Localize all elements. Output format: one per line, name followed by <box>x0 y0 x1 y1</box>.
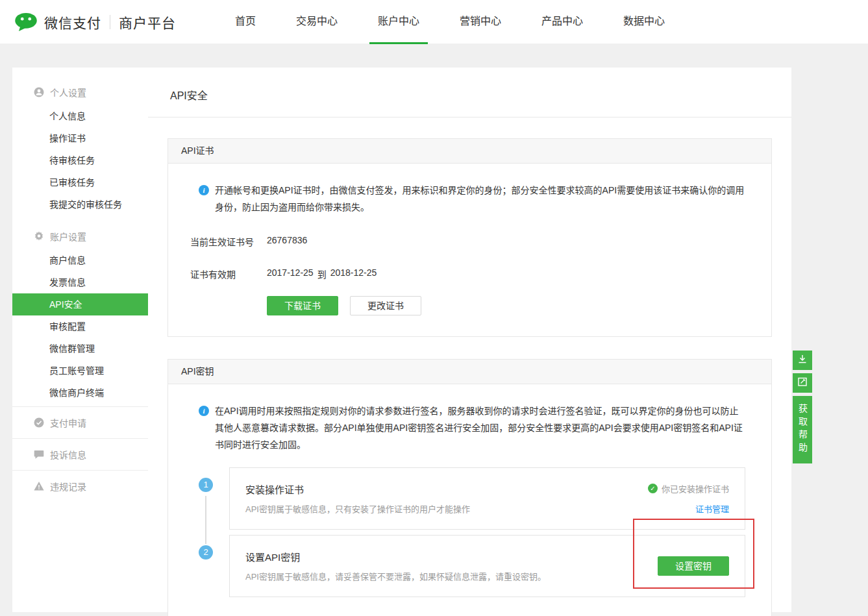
certificate-info-row: i 开通帐号和更换API证书时，由微信支付签发，用来标识和界定你的身份；部分安全… <box>199 182 745 216</box>
sidebar-item-wechat-group-management[interactable]: 微信群管理 <box>12 338 148 360</box>
certificate-validity-joiner: 到 <box>317 267 327 280</box>
api-certificate-card-title: API证书 <box>168 139 771 164</box>
current-certificate-label: 当前生效证书号 <box>190 235 267 248</box>
current-certificate-row: 当前生效证书号 26767836 <box>190 235 745 248</box>
sidebar-item-employee-account-management[interactable]: 员工账号管理 <box>12 360 148 382</box>
nav-item-data-center[interactable]: 数据中心 <box>615 0 673 44</box>
step-1-title: 安装操作证书 <box>245 482 470 496</box>
sidebar-item-review-config[interactable]: 审核配置 <box>12 315 148 338</box>
top-header: 微信支付 商户平台 首页 交易中心 账户中心 营销中心 产品中心 数据中心 <box>0 0 868 44</box>
certificate-validity-start: 2017-12-25 <box>267 267 314 280</box>
complaint-icon <box>34 449 44 460</box>
sidebar-group-complaint-info[interactable]: 投诉信息 <box>12 441 148 467</box>
info-icon: i <box>199 406 209 416</box>
get-help-button[interactable]: 获取帮助 <box>793 396 812 463</box>
sidebar-item-invoice-info[interactable]: 发票信息 <box>12 271 148 293</box>
nav-item-product-center[interactable]: 产品中心 <box>533 0 591 44</box>
sidebar-item-merchant-info[interactable]: 商户信息 <box>12 249 148 271</box>
api-certificate-card-body: i 开通帐号和更换API证书时，由微信支付签发，用来标识和界定你的身份；部分安全… <box>168 164 771 336</box>
sidebar-group-label: 投诉信息 <box>50 448 86 461</box>
set-api-key-button[interactable]: 设置密钥 <box>658 556 729 576</box>
api-key-info-text: 在API调用时用来按照指定规则对你的请求参数进行签名，服务器收到你的请求时会进行… <box>215 402 745 453</box>
sidebar-spacer <box>12 216 148 223</box>
sidebar-item-pending-review-tasks[interactable]: 待审核任务 <box>12 149 148 171</box>
certificate-management-link[interactable]: 证书管理 <box>695 502 729 515</box>
step-1-status-area: ✓ 你已安装操作证书 证书管理 <box>648 482 729 515</box>
step-2-indicator: 2 <box>199 535 229 597</box>
sidebar-group-label: 违规记录 <box>50 480 86 493</box>
sidebar-divider <box>12 470 148 471</box>
step-2-text: 设置API密钥 API密钥属于敏感信息，请妥善保管不要泄露，如果怀疑信息泄露，请… <box>245 550 546 582</box>
api-certificate-card: API证书 i 开通帐号和更换API证书时，由微信支付签发，用来标识和界定你的身… <box>167 138 772 337</box>
step-2-title: 设置API密钥 <box>245 550 546 563</box>
step-1-indicator: 1 <box>199 467 229 530</box>
step-2-description: API密钥属于敏感信息，请妥善保管不要泄露，如果怀疑信息泄露，请重设密钥。 <box>245 570 546 582</box>
step-1-status-text: 你已安装操作证书 <box>662 482 729 495</box>
step-2-action-area: 设置密钥 <box>658 550 729 582</box>
download-icon <box>797 354 808 367</box>
sidebar-group-payment-application[interactable]: 支付申请 <box>12 410 148 436</box>
brand-platform: 商户平台 <box>119 12 176 32</box>
brand-name: 微信支付 <box>44 12 101 32</box>
certificate-validity-row: 证书有效期 2017-12-25 到 2018-12-25 <box>190 267 745 280</box>
page-title: API安全 <box>148 68 791 117</box>
sidebar-group-label: 个人设置 <box>50 86 86 99</box>
user-icon <box>34 87 44 97</box>
step-1-status-row: ✓ 你已安装操作证书 <box>648 482 729 495</box>
api-key-card-title: API密钥 <box>168 360 771 384</box>
api-key-info-row: i 在API调用时用来按照指定规则对你的请求参数进行签名，服务器收到你的请求时会… <box>199 402 745 453</box>
nav-item-marketing-center[interactable]: 营销中心 <box>451 0 510 44</box>
nav-item-transaction-center[interactable]: 交易中心 <box>288 0 346 44</box>
sidebar-group-label: 支付申请 <box>50 416 86 429</box>
step-1-description: API密钥属于敏感信息，只有安装了操作证书的用户才能操作 <box>245 502 470 515</box>
step-install-certificate: 1 安装操作证书 API密钥属于敏感信息，只有安装了操作证书的用户才能操作 ✓ <box>199 467 745 530</box>
sidebar-item-reviewed-tasks[interactable]: 已审核任务 <box>12 171 148 193</box>
nav-item-home[interactable]: 首页 <box>227 0 264 44</box>
floating-toolbar: 获取帮助 <box>793 351 812 463</box>
sidebar: 个人设置 个人信息 操作证书 待审核任务 已审核任务 我提交的审核任务 账户设置… <box>12 68 148 612</box>
nav-item-account-center[interactable]: 账户中心 <box>369 0 428 44</box>
wechat-pay-logo-icon <box>14 12 38 32</box>
step-1-number-badge: 1 <box>199 478 213 492</box>
step-1-text: 安装操作证书 API密钥属于敏感信息，只有安装了操作证书的用户才能操作 <box>245 482 470 515</box>
feedback-tool-button[interactable] <box>793 373 812 393</box>
sidebar-divider <box>12 406 148 407</box>
main-panel: API安全 API证书 i 开通帐号和更换API证书时，由微信支付签发，用来标识… <box>148 68 791 612</box>
step-2-number-badge: 2 <box>199 545 213 560</box>
certificate-buttons-row: 下载证书 更改证书 <box>267 296 745 315</box>
certificate-validity-label: 证书有效期 <box>190 267 267 280</box>
sidebar-item-personal-info[interactable]: 个人信息 <box>12 105 148 127</box>
brand-divider <box>110 15 110 29</box>
sidebar-item-wechat-merchant-terminal[interactable]: 微信商户终端 <box>12 382 148 404</box>
certificate-validity-end: 2018-12-25 <box>330 267 377 280</box>
sidebar-divider <box>12 438 148 439</box>
api-key-card: API密钥 i 在API调用时用来按照指定规则对你的请求参数进行签名，服务器收到… <box>167 359 772 616</box>
check-icon: ✓ <box>648 484 658 493</box>
certificate-info-text: 开通帐号和更换API证书时，由微信支付签发，用来标识和界定你的身份；部分安全性要… <box>215 182 745 216</box>
payment-icon <box>34 417 44 428</box>
download-certificate-button[interactable]: 下载证书 <box>267 296 338 315</box>
sidebar-group-account-settings[interactable]: 账户设置 <box>12 223 148 249</box>
sidebar-item-api-security[interactable]: API安全 <box>12 293 148 315</box>
sidebar-group-label: 账户设置 <box>50 230 86 243</box>
download-tool-button[interactable] <box>793 351 812 370</box>
api-key-card-body: i 在API调用时用来按照指定规则对你的请求参数进行签名，服务器收到你的请求时会… <box>168 384 771 616</box>
warning-icon <box>34 481 44 491</box>
content-area: API证书 i 开通帐号和更换API证书时，由微信支付签发，用来标识和界定你的身… <box>148 117 791 616</box>
current-certificate-value: 26767836 <box>267 235 307 248</box>
brand[interactable]: 微信支付 商户平台 <box>14 12 176 32</box>
main-nav: 首页 交易中心 账户中心 营销中心 产品中心 数据中心 <box>215 0 685 44</box>
change-certificate-button[interactable]: 更改证书 <box>350 296 421 315</box>
edit-icon <box>797 376 808 389</box>
step-2-box: 设置API密钥 API密钥属于敏感信息，请妥善保管不要泄露，如果怀疑信息泄露，请… <box>229 535 745 597</box>
api-key-steps: 1 安装操作证书 API密钥属于敏感信息，只有安装了操作证书的用户才能操作 ✓ <box>199 467 745 597</box>
sidebar-item-my-submitted-review-tasks[interactable]: 我提交的审核任务 <box>12 193 148 216</box>
step-1-box: 安装操作证书 API密钥属于敏感信息，只有安装了操作证书的用户才能操作 ✓ 你已… <box>229 467 745 530</box>
sidebar-group-violation-record[interactable]: 违规记录 <box>12 473 148 499</box>
sidebar-group-personal-settings[interactable]: 个人设置 <box>12 79 148 105</box>
gear-icon <box>34 231 44 241</box>
step-set-api-key: 2 设置API密钥 API密钥属于敏感信息，请妥善保管不要泄露，如果怀疑信息泄露… <box>199 535 745 597</box>
info-icon: i <box>199 185 209 195</box>
sidebar-item-operation-certificate[interactable]: 操作证书 <box>12 127 148 149</box>
